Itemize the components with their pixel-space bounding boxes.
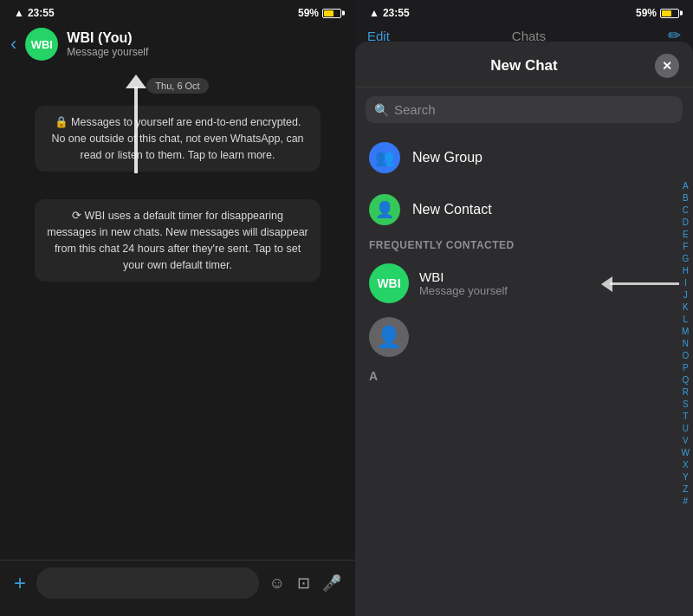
alpha-p[interactable]: P bbox=[681, 362, 690, 374]
chat-body: Thu, 6 Oct 🔒 Messages to yourself are en… bbox=[0, 69, 355, 290]
right-panel: ▲ 23:55 59% Edit Chats ✏ New Chat ✕ 🔍 Se… bbox=[355, 0, 693, 616]
wbi-subtitle: Message yourself bbox=[419, 284, 508, 297]
left-time: 23:55 bbox=[28, 7, 55, 19]
wbi-avatar: WBI bbox=[369, 263, 409, 303]
alpha-j[interactable]: J bbox=[682, 289, 690, 302]
right-status-left: ▲ 23:55 bbox=[369, 7, 410, 19]
right-status-bar: ▲ 23:55 59% bbox=[355, 0, 693, 23]
battery-icon-right bbox=[660, 9, 679, 18]
alpha-o[interactable]: O bbox=[680, 350, 690, 362]
alpha-i[interactable]: I bbox=[683, 277, 689, 289]
dialog-close-button[interactable]: ✕ bbox=[655, 54, 679, 78]
left-status-left: ▲ 23:55 bbox=[14, 7, 55, 19]
search-input[interactable]: Search bbox=[394, 102, 436, 117]
alpha-x[interactable]: X bbox=[681, 459, 690, 471]
alpha-r[interactable]: R bbox=[681, 386, 690, 399]
dialog-header: New Chat ✕ bbox=[355, 42, 693, 88]
wifi-icon: ▲ bbox=[14, 7, 24, 19]
left-status-bar: ▲ 23:55 59% bbox=[0, 0, 355, 23]
unknown-contact-item[interactable]: 👤 bbox=[355, 310, 693, 364]
alpha-y[interactable]: Y bbox=[681, 471, 690, 483]
new-group-label: New Group bbox=[412, 150, 483, 165]
alpha-h[interactable]: H bbox=[681, 265, 690, 277]
alpha-c[interactable]: C bbox=[681, 204, 690, 217]
battery-percent-left: 59% bbox=[298, 7, 319, 19]
alpha-z[interactable]: Z bbox=[681, 483, 690, 496]
arrow-up bbox=[134, 87, 138, 173]
back-button[interactable]: ‹ bbox=[10, 33, 16, 55]
bottom-icons: ☺ ⊡ 🎤 bbox=[269, 574, 341, 593]
sticker-button[interactable]: ☺ bbox=[269, 574, 285, 593]
info-bubble-1[interactable]: 🔒 Messages to yourself are end-to-end en… bbox=[35, 106, 321, 172]
right-status-right: 59% bbox=[636, 7, 679, 19]
right-time: 23:55 bbox=[383, 7, 410, 19]
mic-button[interactable]: 🎤 bbox=[322, 574, 341, 593]
dialog-title: New Chat bbox=[393, 57, 655, 75]
new-contact-label: New Contact bbox=[412, 202, 492, 217]
wbi-name: WBI bbox=[419, 269, 508, 284]
left-header: ‹ WBI WBI (You) Message yourself bbox=[0, 23, 355, 69]
left-panel: ▲ 23:55 59% ‹ WBI WBI (You) Message your… bbox=[0, 0, 355, 616]
alpha-w[interactable]: W bbox=[680, 447, 691, 459]
right-wifi-icon: ▲ bbox=[369, 7, 379, 19]
alpha-u[interactable]: U bbox=[681, 423, 690, 435]
contact-name: WBI (You) bbox=[67, 30, 148, 46]
alpha-m[interactable]: M bbox=[680, 326, 690, 338]
message-input[interactable] bbox=[36, 567, 259, 599]
new-contact-item[interactable]: 👤 New Contact bbox=[355, 184, 693, 236]
alpha-t[interactable]: T bbox=[681, 411, 690, 423]
info-bubble-2[interactable]: ⟳ WBI uses a default timer for disappear… bbox=[35, 199, 321, 282]
arrow-left bbox=[610, 282, 679, 285]
alpha-hash[interactable]: # bbox=[681, 496, 690, 508]
alpha-g[interactable]: G bbox=[680, 253, 690, 265]
alpha-k[interactable]: K bbox=[681, 302, 690, 314]
search-icon: 🔍 bbox=[374, 103, 389, 117]
battery-icon-left bbox=[322, 9, 341, 18]
alpha-d[interactable]: D bbox=[681, 217, 690, 229]
wbi-contact-info: WBI Message yourself bbox=[419, 269, 508, 297]
battery-percent-right: 59% bbox=[636, 7, 657, 19]
alpha-a[interactable]: A bbox=[681, 180, 690, 192]
new-chat-dialog: New Chat ✕ 🔍 Search 👥 New Group 👤 New Co… bbox=[355, 42, 693, 616]
alpha-f[interactable]: F bbox=[681, 241, 690, 253]
contact-subtitle: Message yourself bbox=[67, 46, 148, 58]
alpha-b[interactable]: B bbox=[681, 192, 690, 204]
new-group-icon: 👥 bbox=[369, 142, 400, 173]
add-attachment-button[interactable]: + bbox=[14, 571, 26, 595]
new-contact-icon: 👤 bbox=[369, 194, 400, 225]
date-badge: Thu, 6 Oct bbox=[146, 78, 208, 94]
alpha-e[interactable]: E bbox=[681, 229, 690, 241]
alpha-q[interactable]: Q bbox=[680, 374, 690, 386]
battery-fill-left bbox=[324, 10, 334, 16]
unknown-avatar: 👤 bbox=[369, 317, 409, 357]
edit-button[interactable]: Edit bbox=[367, 29, 390, 43]
left-status-right: 59% bbox=[298, 7, 341, 19]
wbi-arrow bbox=[610, 282, 679, 285]
chats-label: Chats bbox=[512, 29, 546, 43]
alpha-section-a: A bbox=[355, 364, 693, 385]
new-group-item[interactable]: 👥 New Group bbox=[355, 132, 693, 184]
wbi-contact-item[interactable]: WBI WBI Message yourself bbox=[355, 256, 693, 310]
search-bar[interactable]: 🔍 Search bbox=[366, 96, 683, 123]
left-bottom-bar: + ☺ ⊡ 🎤 bbox=[0, 560, 355, 616]
alpha-n[interactable]: N bbox=[681, 338, 690, 350]
battery-fill-right bbox=[662, 10, 671, 16]
camera-button[interactable]: ⊡ bbox=[297, 574, 310, 593]
alphabet-index: A B C D E F G H I J K L M N O P Q R S T … bbox=[680, 180, 691, 508]
header-text: WBI (You) Message yourself bbox=[67, 30, 148, 58]
arrow-overlay bbox=[134, 87, 138, 173]
alpha-l[interactable]: L bbox=[681, 314, 690, 326]
alpha-s[interactable]: S bbox=[681, 399, 690, 411]
alpha-v[interactable]: V bbox=[681, 435, 690, 447]
avatar: WBI bbox=[25, 28, 58, 61]
frequently-contacted-header: FREQUENTLY CONTACTED bbox=[355, 236, 693, 256]
